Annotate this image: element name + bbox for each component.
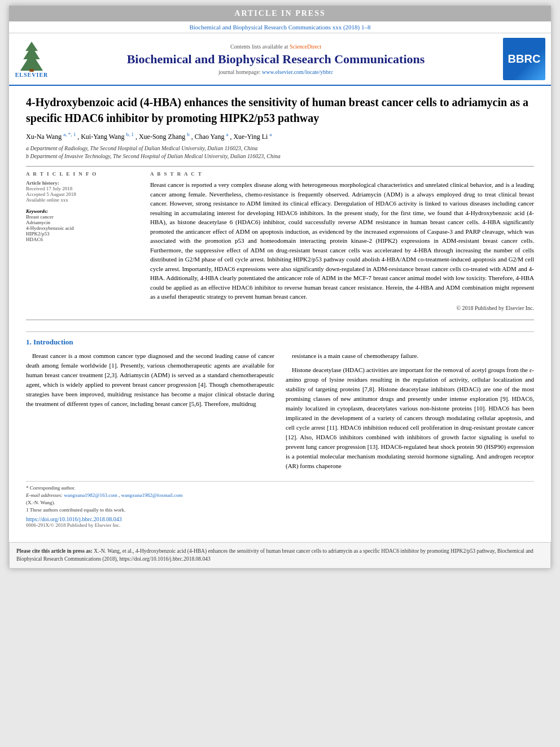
journal-homepage: journal homepage: www.elsevier.com/locat… (54, 69, 497, 75)
intro-col-right: resistance is a main cause of chemothera… (286, 351, 534, 476)
journal-homepage-label: journal homepage: (218, 69, 261, 75)
email-2-link[interactable]: wangxuna1982@foxmail.com (121, 492, 182, 498)
abstract-col: A B S T R A C T Breast cancer is reporte… (150, 171, 534, 311)
intro-para-2: resistance is a main cause of chemothera… (286, 351, 534, 361)
keywords-label: Keywords: (26, 208, 139, 214)
sciencedirect-line: Contents lists available at ScienceDirec… (54, 43, 497, 50)
article-history: Article history: Received 17 July 2018 A… (26, 180, 139, 203)
affiliations: a Department of Radiology, The Second Ho… (26, 145, 534, 160)
email-1-link[interactable]: wangxuna1982@163.com (64, 492, 117, 498)
abstract-text: Breast cancer is reported a very complex… (150, 180, 534, 302)
email-label: E-mail addresses: (26, 492, 63, 498)
footnote-section: * Corresponding author. E-mail addresses… (26, 481, 534, 513)
citation-box: Please cite this article in press as: X.… (9, 542, 551, 569)
intro-col-left: Breast cancer is a most common cancer ty… (26, 351, 274, 476)
author-sup-b1: b, 1 (126, 132, 134, 137)
intro-two-col: Breast cancer is a most common cancer ty… (26, 351, 534, 476)
journal-ref-text: Biochemical and Biophysical Research Com… (189, 24, 370, 30)
introduction-section: 1. Introduction Breast cancer is a most … (26, 331, 534, 528)
author-separator-3: , Chao Yang (191, 133, 225, 141)
author-xu-na-wang: Xu-Na Wang (26, 133, 62, 141)
author-sup-a3: a (269, 132, 272, 137)
keyword-1: Breast cancer (26, 214, 139, 220)
received-date: Received 17 July 2018 (26, 186, 139, 191)
elsevier-wordmark-text: ELSEVIER (15, 72, 49, 78)
footnote-contrib: 1 These authors contributed equally to t… (26, 507, 534, 513)
sciencedirect-label: Contents lists available at (230, 43, 288, 50)
intro-para-1: Breast cancer is a most common cancer ty… (26, 351, 274, 409)
author-sup-a2: a (226, 132, 228, 137)
page: ARTICLE IN PRESS Biochemical and Biophys… (9, 6, 551, 569)
svg-marker-1 (20, 41, 43, 70)
authors-line: Xu-Na Wang a, *, 1 , Kui-Yang Wang b, 1 … (26, 132, 534, 141)
footnote-corresponding: * Corresponding author. (26, 485, 534, 491)
journal-main-title: Biochemical and Biophysical Research Com… (54, 52, 497, 67)
citation-label: Please cite this article in press as: (16, 548, 93, 554)
affiliation-b: b Department of Invasive Technology, The… (26, 152, 534, 160)
author-separator-2: , Xue-Song Zhang (135, 133, 185, 141)
logo-header: ELSEVIER Contents lists available at Sci… (9, 33, 551, 86)
footnote-name-note: (X.-N. Wang). (26, 500, 534, 505)
author-sup-b2: b (187, 132, 190, 137)
issn-line: 0006-291X/© 2018 Published by Elsevier I… (26, 522, 534, 528)
keyword-3: 4-Hydroxybenzoic acid (26, 225, 139, 231)
section-number: 1. Introduction (26, 338, 534, 347)
keywords-section: Keywords: Breast cancer Adriamycin 4-Hyd… (26, 208, 139, 242)
keyword-4: HIPK2/p53 (26, 231, 139, 237)
article-title: 4-Hydroxybenzoic acid (4-HBA) enhances t… (26, 94, 534, 126)
divider-1 (26, 166, 534, 167)
elsevier-logo: ELSEVIER (15, 41, 49, 78)
copyright-line: © 2018 Published by Elsevier Inc. (150, 305, 534, 311)
doi-link[interactable]: https://doi.org/10.1016/j.bbrc.2018.08.0… (26, 516, 534, 522)
history-label: Article history: (26, 180, 139, 186)
author-separator-1: , Kui-Yang Wang (77, 133, 124, 141)
sciencedirect-link[interactable]: ScienceDirect (290, 43, 321, 50)
affiliation-a: a Department of Radiology, The Second Ho… (26, 145, 534, 152)
article-content: 4-Hydroxybenzoic acid (4-HBA) enhances t… (9, 86, 551, 536)
author-separator-4: , Xue-Ying Li (230, 133, 268, 141)
available-online: Available online xxx (26, 197, 139, 203)
bbrc-logo: BBRC (503, 38, 545, 80)
article-in-press-banner: ARTICLE IN PRESS (9, 6, 551, 21)
elsevier-tree-icon (15, 41, 49, 72)
article-info-label: A R T I C L E I N F O (26, 171, 139, 177)
abstract-label: A B S T R A C T (150, 171, 534, 177)
journal-title-area: Contents lists available at ScienceDirec… (49, 43, 503, 75)
footnote-email: E-mail addresses: wangxuna1982@163.com ,… (26, 492, 534, 498)
divider-2 (26, 320, 534, 320)
intro-para-3: Histone deacetylase (HDAC) activities ar… (286, 365, 534, 471)
citation-text: X.-N. Wang, et al., 4-Hydroxybenzoic aci… (16, 548, 533, 562)
article-info-col: A R T I C L E I N F O Article history: R… (26, 171, 139, 311)
banner-text: ARTICLE IN PRESS (234, 9, 325, 18)
keyword-5: HDAC6 (26, 237, 139, 242)
article-info-abstract: A R T I C L E I N F O Article history: R… (26, 171, 534, 311)
author-sup-a: a, *, 1 (63, 132, 76, 137)
journal-ref-line: Biochemical and Biophysical Research Com… (9, 21, 551, 33)
journal-homepage-url[interactable]: www.elsevier.com/locate/ybbrc (262, 69, 333, 75)
doi-section: https://doi.org/10.1016/j.bbrc.2018.08.0… (26, 516, 534, 528)
keyword-2: Adriamycin (26, 220, 139, 225)
accepted-date: Accepted 5 August 2018 (26, 191, 139, 197)
